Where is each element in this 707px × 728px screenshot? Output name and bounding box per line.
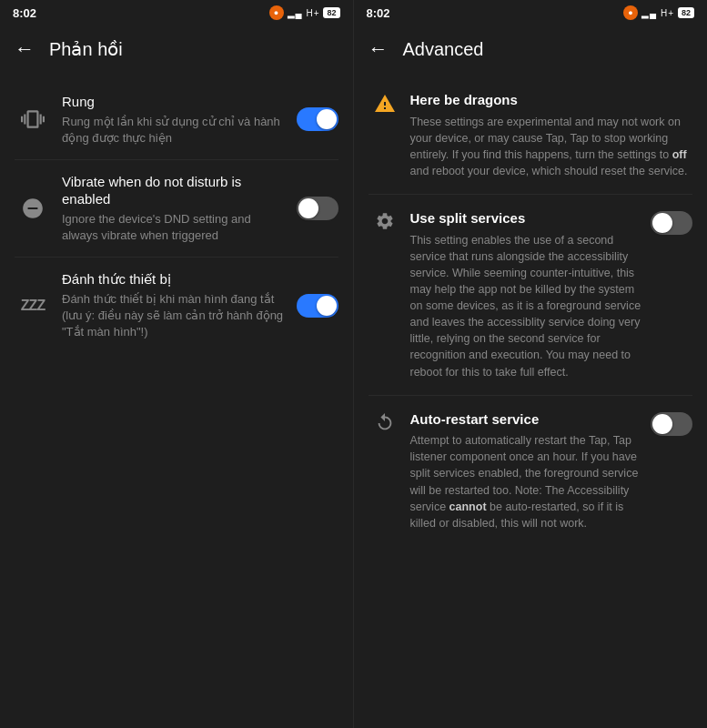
adv-desc-dragons: These settings are experimental and may … <box>410 114 693 180</box>
toggle-rung[interactable] <box>297 107 338 131</box>
setting-content-wake: Đánh thức thiết bị Đánh thức thiết bị kh… <box>62 270 286 340</box>
header-right: ← Advanced <box>354 25 708 73</box>
setting-item-wake: ZZZ Đánh thức thiết bị Đánh thức thiết b… <box>0 258 353 353</box>
adv-content-restart: Auto-restart service Attempt to automati… <box>410 410 642 531</box>
adv-title-split: Use split services <box>410 209 642 228</box>
status-icons-right: ● ▂▄ H+ 82 <box>623 5 694 20</box>
notification-icon-right: ● <box>623 5 638 20</box>
toggle-split[interactable] <box>651 211 692 235</box>
toggle-dnd[interactable] <box>297 197 338 220</box>
setting-content-dnd: Vibrate when do not disturb is enabled I… <box>62 173 286 244</box>
battery-right: 82 <box>678 7 694 18</box>
notification-icon-left: ● <box>269 5 284 20</box>
time-left: 8:02 <box>13 6 36 20</box>
warning-icon <box>369 91 401 115</box>
advanced-list: Here be dragons These settings are exper… <box>354 73 708 728</box>
toggle-restart[interactable] <box>651 412 692 436</box>
left-panel: 8:02 ● ▂▄ H+ 82 ← Phản hồi Rung Rung một… <box>0 0 354 728</box>
back-button-right[interactable]: ← <box>369 39 389 59</box>
setting-title-dnd: Vibrate when do not disturb is enabled <box>62 173 286 208</box>
gear-icon <box>369 209 401 231</box>
adv-desc-split: This setting enables the use of a second… <box>410 232 642 380</box>
adv-item-split: Use split services This setting enables … <box>354 195 708 395</box>
page-title-left: Phản hồi <box>49 38 123 60</box>
setting-desc-wake: Đánh thức thiết bị khi màn hình đang tắt… <box>62 291 286 341</box>
status-icons-left: ● ▂▄ H+ 82 <box>269 5 340 20</box>
adv-title-dragons: Here be dragons <box>410 91 693 109</box>
settings-list: Rung Rung một lần khi sử dụng cử chỉ và … <box>0 73 353 728</box>
restart-icon <box>369 410 401 432</box>
status-bar-left: 8:02 ● ▂▄ H+ 82 <box>0 0 353 25</box>
setting-item-dnd: Vibrate when do not disturb is enabled I… <box>0 160 353 257</box>
setting-desc-rung: Rung một lần khi sử dụng cử chỉ và hành … <box>62 114 286 147</box>
signal-right: ▂▄ H+ <box>641 8 674 18</box>
battery-left: 82 <box>323 7 339 18</box>
setting-item-rung: Rung Rung một lần khi sử dụng cử chỉ và … <box>0 80 353 159</box>
adv-item-dragons: Here be dragons These settings are exper… <box>354 76 708 194</box>
back-button-left[interactable]: ← <box>15 39 35 59</box>
signal-left: ▂▄ H+ <box>288 8 320 18</box>
adv-item-restart: Auto-restart service Attempt to automati… <box>354 396 708 546</box>
setting-content-rung: Rung Rung một lần khi sử dụng cử chỉ và … <box>62 93 286 147</box>
adv-desc-restart: Attempt to automatically restart the Tap… <box>410 432 642 531</box>
adv-content-split: Use split services This setting enables … <box>410 209 642 380</box>
dnd-icon <box>15 197 51 220</box>
setting-title-rung: Rung <box>62 93 286 111</box>
time-right: 8:02 <box>367 6 390 20</box>
status-bar-right: 8:02 ● ▂▄ H+ 82 <box>354 0 708 25</box>
adv-content-dragons: Here be dragons These settings are exper… <box>410 91 693 179</box>
setting-title-wake: Đánh thức thiết bị <box>62 270 286 288</box>
right-panel: 8:02 ● ▂▄ H+ 82 ← Advanced Here be drago… <box>354 0 708 728</box>
adv-title-restart: Auto-restart service <box>410 410 642 429</box>
page-title-right: Advanced <box>403 39 484 60</box>
vibrate-icon <box>15 107 51 131</box>
header-left: ← Phản hồi <box>0 25 353 73</box>
setting-desc-dnd: Ignore the device's DND setting and alwa… <box>62 211 286 244</box>
toggle-wake[interactable] <box>297 294 338 318</box>
zzz-icon: ZZZ <box>15 298 51 314</box>
